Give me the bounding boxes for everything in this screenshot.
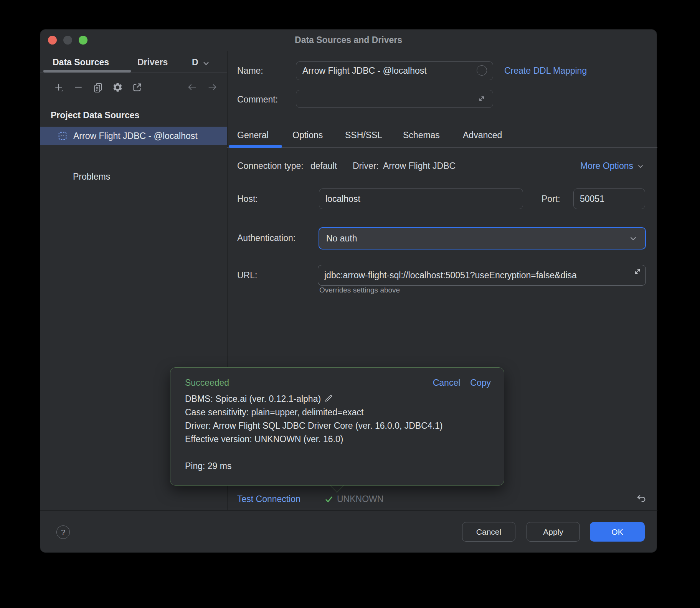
test-connection-popup: Succeeded Cancel Copy DBMS: Spice.ai (ve… [170, 367, 504, 486]
more-options-label[interactable]: More Options [580, 161, 633, 171]
footer-divider [40, 510, 657, 511]
back-arrow-icon [187, 82, 198, 93]
comment-input[interactable] [296, 90, 493, 108]
port-input[interactable] [573, 188, 645, 209]
settings-button[interactable] [112, 81, 123, 93]
popup-cancel-link[interactable]: Cancel [433, 378, 461, 388]
forward-arrow-icon [207, 82, 218, 93]
form-tab-divider [227, 147, 657, 148]
duplicate-icon [93, 82, 103, 93]
revert-button[interactable] [636, 492, 648, 505]
popup-copy-link[interactable]: Copy [470, 378, 491, 388]
driver-value-link[interactable]: Arrow Flight JDBC [383, 161, 456, 171]
help-button[interactable]: ? [56, 525, 70, 539]
tab-options[interactable]: Options [292, 130, 323, 140]
comment-label: Comment: [237, 94, 278, 105]
minus-icon [73, 82, 84, 93]
url-input[interactable] [318, 265, 646, 286]
url-hint: Overrides settings above [319, 286, 400, 294]
remove-button[interactable] [73, 81, 84, 93]
host-label: Host: [237, 194, 258, 204]
active-form-tab-underline [229, 145, 282, 148]
name-input[interactable] [296, 61, 493, 80]
edit-pencil-icon[interactable] [324, 394, 333, 403]
tab-overflow[interactable]: D [192, 57, 198, 68]
back-button[interactable] [187, 81, 198, 93]
help-label: ? [61, 528, 66, 537]
tab-drivers[interactable]: Drivers [137, 57, 168, 68]
comment-expand-icon[interactable] [477, 94, 486, 103]
check-icon [324, 494, 334, 504]
url-expand-icon[interactable] [632, 266, 642, 276]
tab-overflow-chevron-icon[interactable] [201, 59, 211, 68]
tab-schemas[interactable]: Schemas [403, 130, 440, 140]
sidebar-section-divider [51, 161, 222, 161]
name-label: Name: [237, 66, 263, 76]
dialog-title: Data Sources and Drivers [40, 35, 657, 45]
sidebar-item-datasource[interactable]: Arrow Flight JDBC - @localhost [40, 127, 227, 145]
datasource-color-circle[interactable] [477, 65, 487, 76]
plus-icon [53, 82, 64, 93]
gear-icon [112, 82, 123, 93]
chevron-down-icon [628, 233, 638, 243]
port-label: Port: [542, 194, 560, 204]
forward-button[interactable] [206, 81, 218, 93]
add-button[interactable] [53, 81, 64, 93]
datasource-label: Arrow Flight JDBC - @localhost [73, 131, 198, 141]
project-data-sources-header: Project Data Sources [51, 110, 139, 121]
popup-line-ping: Ping: 29 ms [185, 459, 442, 473]
open-in-editor-button[interactable] [131, 81, 143, 93]
authentication-dropdown[interactable]: No auth [319, 227, 646, 249]
driver-label: Driver: [353, 161, 379, 171]
connection-type-value-link[interactable]: default [310, 161, 337, 171]
undo-icon [636, 492, 647, 504]
datasource-icon [57, 131, 68, 141]
tab-general[interactable]: General [237, 130, 269, 140]
test-connection-link[interactable]: Test Connection [237, 494, 300, 504]
cancel-button[interactable]: Cancel [462, 522, 515, 542]
dialog-window: Data Sources and Drivers Data Sources Dr… [40, 29, 657, 553]
popup-status: Succeeded [185, 378, 229, 388]
url-label: URL: [237, 270, 257, 281]
duplicate-button[interactable] [92, 81, 104, 93]
authentication-label: Authentication: [237, 233, 296, 243]
tab-data-sources[interactable]: Data Sources [53, 57, 109, 68]
popup-spacer [185, 446, 442, 459]
create-ddl-mapping-link[interactable]: Create DDL Mapping [504, 66, 587, 76]
sidebar-item-problems[interactable]: Problems [73, 172, 110, 182]
popup-line-dbms: DBMS: Spice.ai (ver. 0.12.1-alpha) [185, 392, 442, 406]
popup-line-driver: Driver: Arrow Flight SQL JDBC Driver Cor… [185, 419, 442, 433]
connection-status-text: UNKNOWN [337, 494, 383, 504]
tab-advanced[interactable]: Advanced [463, 130, 502, 140]
host-input[interactable] [319, 188, 523, 209]
authentication-value: No auth [326, 233, 357, 244]
popup-line-effective-version: Effective version: UNKNOWN (ver. 16.0) [185, 433, 442, 446]
popup-line-case-sensitivity: Case sensitivity: plain=upper, delimited… [185, 406, 442, 419]
popup-body: DBMS: Spice.ai (ver. 0.12.1-alpha) Case … [185, 392, 442, 473]
ok-button[interactable]: OK [590, 522, 645, 542]
more-options-link[interactable]: More Options [580, 161, 645, 171]
connection-type-label: Connection type: [237, 161, 304, 171]
chevron-down-icon [636, 162, 645, 170]
active-tab-underline [43, 70, 131, 73]
tab-ssh-ssl[interactable]: SSH/SSL [345, 130, 382, 140]
export-icon [132, 82, 142, 93]
apply-button[interactable]: Apply [527, 522, 580, 542]
